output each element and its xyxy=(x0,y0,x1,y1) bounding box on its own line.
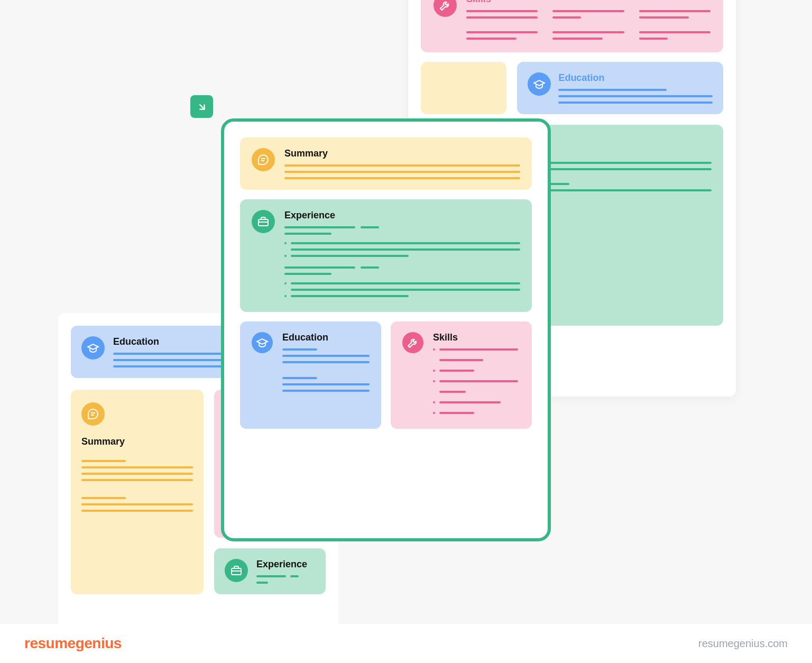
doc-icon xyxy=(252,148,275,171)
wrench-icon xyxy=(433,0,457,17)
graduation-cap-icon xyxy=(252,332,273,353)
section-title: Education xyxy=(282,332,370,343)
summary-section[interactable]: Summary xyxy=(240,137,532,190)
template-main-active[interactable]: Summary Experience xyxy=(221,118,551,541)
skills-section: Skills xyxy=(421,0,723,52)
section-title: Summary xyxy=(284,148,520,159)
section-title: Skills xyxy=(433,332,520,343)
summary-section: Summary xyxy=(71,390,204,594)
footer: resumegenius resumegenius.com xyxy=(0,624,812,663)
section-title: Experience xyxy=(256,559,315,570)
brand-logo: resumegenius xyxy=(24,635,122,652)
arrow-down-right-icon xyxy=(196,101,208,113)
section-title: Experience xyxy=(284,210,520,221)
briefcase-icon xyxy=(225,559,248,582)
skills-section[interactable]: Skills xyxy=(391,321,532,429)
drag-handle[interactable] xyxy=(190,95,213,118)
graduation-cap-icon xyxy=(528,72,551,96)
section-title: Education xyxy=(558,72,713,84)
section-title: Summary xyxy=(81,436,193,447)
footer-url: resumegenius.com xyxy=(698,638,788,650)
education-section[interactable]: Education xyxy=(240,321,381,429)
doc-icon xyxy=(81,402,105,426)
graduation-cap-icon xyxy=(81,336,105,360)
experience-section: Experience xyxy=(214,548,326,594)
wrench-icon xyxy=(402,332,423,353)
education-section: Education xyxy=(517,62,723,114)
briefcase-icon xyxy=(252,210,275,233)
section-title: Skills xyxy=(466,0,710,5)
experience-section[interactable]: Experience xyxy=(240,199,532,312)
summary-peek xyxy=(421,62,506,114)
